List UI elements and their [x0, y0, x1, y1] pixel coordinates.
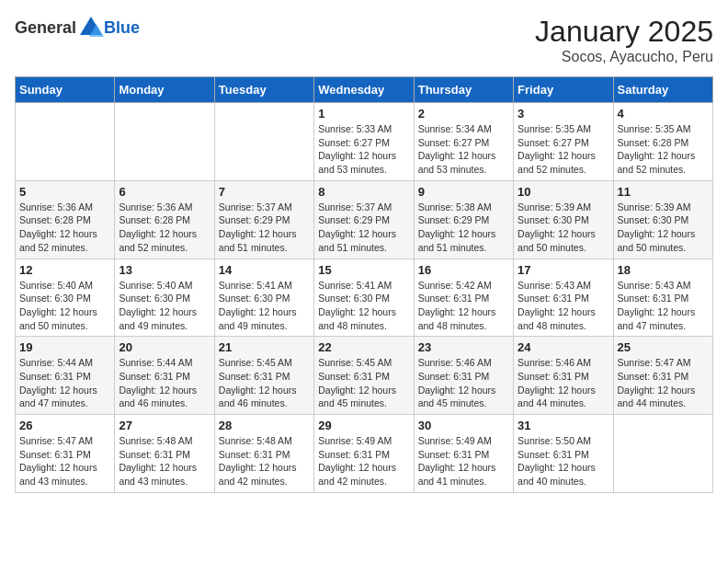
- day-info: Sunrise: 5:35 AM Sunset: 6:28 PM Dayligh…: [618, 122, 709, 177]
- calendar-cell: 21Sunrise: 5:45 AM Sunset: 6:31 PM Dayli…: [214, 337, 313, 415]
- day-number: 28: [219, 419, 310, 432]
- day-number: 6: [119, 185, 210, 199]
- day-number: 8: [318, 185, 409, 199]
- day-info: Sunrise: 5:43 AM Sunset: 6:31 PM Dayligh…: [618, 279, 709, 333]
- day-number: 26: [19, 419, 110, 432]
- day-info: Sunrise: 5:41 AM Sunset: 6:30 PM Dayligh…: [219, 279, 310, 333]
- day-of-week-header: Sunday: [16, 77, 115, 103]
- day-number: 13: [119, 263, 210, 277]
- day-number: 20: [119, 340, 210, 354]
- day-number: 21: [219, 340, 310, 354]
- day-info: Sunrise: 5:49 AM Sunset: 6:31 PM Dayligh…: [418, 434, 509, 488]
- day-info: Sunrise: 5:50 AM Sunset: 6:31 PM Dayligh…: [518, 434, 609, 488]
- day-number: 3: [518, 107, 609, 121]
- day-number: 30: [418, 419, 509, 432]
- location-title: Socos, Ayacucho, Peru: [535, 49, 713, 65]
- day-number: 31: [518, 419, 609, 432]
- page-header: General Blue January 2025 Socos, Ayacuch…: [15, 15, 713, 65]
- day-number: 1: [318, 107, 409, 121]
- day-number: 23: [418, 340, 509, 354]
- day-info: Sunrise: 5:38 AM Sunset: 6:29 PM Dayligh…: [418, 201, 509, 255]
- calendar-cell: 16Sunrise: 5:42 AM Sunset: 6:31 PM Dayli…: [414, 259, 513, 337]
- calendar-cell: 27Sunrise: 5:48 AM Sunset: 6:31 PM Dayli…: [115, 415, 214, 493]
- day-of-week-header: Tuesday: [214, 77, 313, 103]
- day-info: Sunrise: 5:33 AM Sunset: 6:27 PM Dayligh…: [318, 122, 409, 177]
- day-number: 7: [219, 185, 310, 199]
- day-info: Sunrise: 5:47 AM Sunset: 6:31 PM Dayligh…: [19, 434, 110, 488]
- day-info: Sunrise: 5:39 AM Sunset: 6:30 PM Dayligh…: [618, 201, 709, 255]
- calendar-cell: 29Sunrise: 5:49 AM Sunset: 6:31 PM Dayli…: [314, 415, 414, 493]
- month-title: January 2025: [535, 15, 713, 49]
- day-info: Sunrise: 5:37 AM Sunset: 6:29 PM Dayligh…: [318, 201, 409, 255]
- day-info: Sunrise: 5:45 AM Sunset: 6:31 PM Dayligh…: [219, 356, 310, 410]
- day-number: 18: [618, 263, 709, 277]
- day-number: 14: [219, 263, 310, 277]
- day-of-week-header: Thursday: [414, 77, 513, 103]
- day-info: Sunrise: 5:49 AM Sunset: 6:31 PM Dayligh…: [318, 434, 409, 488]
- calendar-cell: 10Sunrise: 5:39 AM Sunset: 6:30 PM Dayli…: [514, 180, 613, 259]
- day-info: Sunrise: 5:37 AM Sunset: 6:29 PM Dayligh…: [219, 201, 310, 255]
- day-info: Sunrise: 5:34 AM Sunset: 6:27 PM Dayligh…: [418, 122, 509, 177]
- calendar-cell: 6Sunrise: 5:36 AM Sunset: 6:28 PM Daylig…: [115, 180, 214, 259]
- logo: General Blue: [15, 15, 140, 40]
- day-number: 10: [518, 185, 609, 199]
- calendar-cell: 18Sunrise: 5:43 AM Sunset: 6:31 PM Dayli…: [613, 259, 712, 337]
- calendar-body: 1Sunrise: 5:33 AM Sunset: 6:27 PM Daylig…: [16, 103, 713, 493]
- day-info: Sunrise: 5:47 AM Sunset: 6:31 PM Dayligh…: [618, 356, 709, 410]
- day-info: Sunrise: 5:45 AM Sunset: 6:31 PM Dayligh…: [318, 356, 409, 410]
- day-number: 4: [618, 107, 709, 121]
- calendar-week-row: 5Sunrise: 5:36 AM Sunset: 6:28 PM Daylig…: [16, 180, 713, 259]
- calendar-cell: 11Sunrise: 5:39 AM Sunset: 6:30 PM Dayli…: [613, 180, 712, 259]
- calendar-cell: 30Sunrise: 5:49 AM Sunset: 6:31 PM Dayli…: [414, 415, 513, 493]
- calendar-cell: [613, 415, 712, 493]
- day-number: 11: [618, 185, 709, 199]
- day-number: 12: [19, 263, 110, 277]
- title-block: January 2025 Socos, Ayacucho, Peru: [535, 15, 713, 65]
- logo-text-blue: Blue: [104, 18, 140, 38]
- day-number: 27: [119, 419, 210, 432]
- calendar-cell: 31Sunrise: 5:50 AM Sunset: 6:31 PM Dayli…: [514, 415, 613, 493]
- day-of-week-header: Wednesday: [314, 77, 414, 103]
- calendar-cell: 15Sunrise: 5:41 AM Sunset: 6:30 PM Dayli…: [314, 259, 414, 337]
- calendar-cell: 9Sunrise: 5:38 AM Sunset: 6:29 PM Daylig…: [414, 180, 513, 259]
- calendar-cell: 17Sunrise: 5:43 AM Sunset: 6:31 PM Dayli…: [514, 259, 613, 337]
- calendar-cell: 4Sunrise: 5:35 AM Sunset: 6:28 PM Daylig…: [613, 103, 712, 181]
- calendar-cell: 28Sunrise: 5:48 AM Sunset: 6:31 PM Dayli…: [214, 415, 313, 493]
- calendar-week-row: 26Sunrise: 5:47 AM Sunset: 6:31 PM Dayli…: [16, 415, 713, 493]
- calendar-cell: 5Sunrise: 5:36 AM Sunset: 6:28 PM Daylig…: [16, 180, 115, 259]
- day-number: 24: [518, 340, 609, 354]
- day-number: 22: [318, 340, 409, 354]
- calendar-cell: 3Sunrise: 5:35 AM Sunset: 6:27 PM Daylig…: [514, 103, 613, 181]
- calendar-cell: 12Sunrise: 5:40 AM Sunset: 6:30 PM Dayli…: [16, 259, 115, 337]
- day-info: Sunrise: 5:44 AM Sunset: 6:31 PM Dayligh…: [19, 356, 110, 410]
- day-info: Sunrise: 5:39 AM Sunset: 6:30 PM Dayligh…: [518, 201, 609, 255]
- day-of-week-header: Friday: [514, 77, 613, 103]
- day-of-week-header: Saturday: [613, 77, 712, 103]
- calendar-cell: 20Sunrise: 5:44 AM Sunset: 6:31 PM Dayli…: [115, 337, 214, 415]
- calendar-cell: 26Sunrise: 5:47 AM Sunset: 6:31 PM Dayli…: [16, 415, 115, 493]
- calendar-cell: [115, 103, 214, 181]
- calendar-week-row: 19Sunrise: 5:44 AM Sunset: 6:31 PM Dayli…: [16, 337, 713, 415]
- calendar-cell: 24Sunrise: 5:46 AM Sunset: 6:31 PM Dayli…: [514, 337, 613, 415]
- calendar-cell: 7Sunrise: 5:37 AM Sunset: 6:29 PM Daylig…: [214, 180, 313, 259]
- day-number: 5: [19, 185, 110, 199]
- day-info: Sunrise: 5:48 AM Sunset: 6:31 PM Dayligh…: [219, 434, 310, 488]
- calendar-header-row: SundayMondayTuesdayWednesdayThursdayFrid…: [16, 77, 713, 103]
- calendar-cell: 8Sunrise: 5:37 AM Sunset: 6:29 PM Daylig…: [314, 180, 414, 259]
- calendar-cell: 2Sunrise: 5:34 AM Sunset: 6:27 PM Daylig…: [414, 103, 513, 181]
- logo-icon: [78, 15, 104, 40]
- day-number: 25: [618, 340, 709, 354]
- day-info: Sunrise: 5:44 AM Sunset: 6:31 PM Dayligh…: [119, 356, 210, 410]
- calendar-cell: 19Sunrise: 5:44 AM Sunset: 6:31 PM Dayli…: [16, 337, 115, 415]
- calendar-week-row: 12Sunrise: 5:40 AM Sunset: 6:30 PM Dayli…: [16, 259, 713, 337]
- calendar-cell: 14Sunrise: 5:41 AM Sunset: 6:30 PM Dayli…: [214, 259, 313, 337]
- day-info: Sunrise: 5:40 AM Sunset: 6:30 PM Dayligh…: [19, 279, 110, 333]
- day-number: 29: [318, 419, 409, 432]
- day-info: Sunrise: 5:48 AM Sunset: 6:31 PM Dayligh…: [119, 434, 210, 488]
- calendar-cell: 25Sunrise: 5:47 AM Sunset: 6:31 PM Dayli…: [613, 337, 712, 415]
- day-info: Sunrise: 5:46 AM Sunset: 6:31 PM Dayligh…: [518, 356, 609, 410]
- logo-text-general: General: [15, 18, 76, 38]
- calendar-cell: 22Sunrise: 5:45 AM Sunset: 6:31 PM Dayli…: [314, 337, 414, 415]
- day-info: Sunrise: 5:40 AM Sunset: 6:30 PM Dayligh…: [119, 279, 210, 333]
- day-number: 17: [518, 263, 609, 277]
